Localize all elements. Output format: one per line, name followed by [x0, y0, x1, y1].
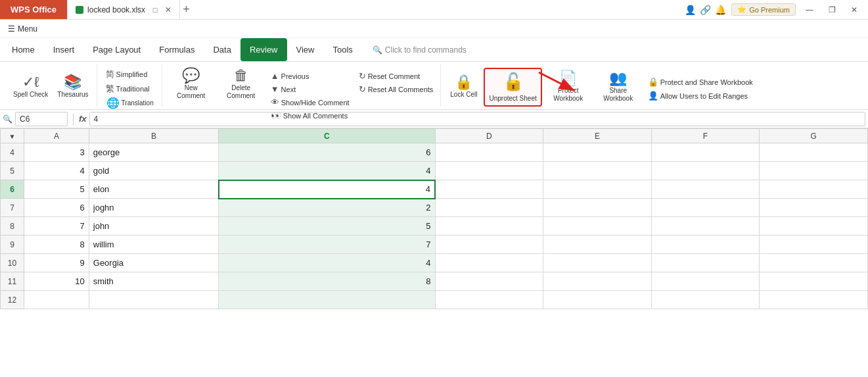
cell-d11[interactable]	[435, 272, 543, 291]
row-header-5[interactable]: 5	[1, 162, 24, 180]
translation-button[interactable]: 🌐 Translation	[103, 96, 158, 111]
cell-d10[interactable]	[435, 254, 543, 272]
share-icon[interactable]: 🔗	[700, 5, 711, 15]
tab-page-layout[interactable]: Page Layout	[83, 38, 150, 61]
cell-g9[interactable]	[760, 236, 868, 254]
cell-a6[interactable]: 5	[24, 180, 89, 199]
cell-a8[interactable]: 7	[24, 217, 89, 236]
cell-f4[interactable]	[651, 143, 760, 162]
tab-home[interactable]: Home	[3, 38, 44, 61]
tab-view[interactable]: View	[287, 38, 324, 61]
lock-cell-button[interactable]: 🔒 Lock Cell	[446, 70, 481, 104]
cell-d4[interactable]	[435, 143, 543, 162]
wps-logo[interactable]: WPS Office	[0, 0, 67, 19]
close-tab-btn[interactable]: ✕	[165, 5, 171, 14]
cell-b12[interactable]	[89, 291, 219, 309]
minimize-button[interactable]: —	[801, 3, 818, 16]
spell-check-button[interactable]: ✓ℓ Spell Check	[9, 70, 52, 104]
show-hide-comment-button[interactable]: 👁 Show/Hide Comment	[267, 96, 353, 109]
cell-f11[interactable]	[651, 272, 760, 291]
cell-d8[interactable]	[435, 217, 543, 236]
simplified-button[interactable]: 简 Simplified	[103, 67, 151, 82]
cell-e10[interactable]	[543, 254, 652, 272]
cell-c11[interactable]: 8	[219, 272, 435, 291]
premium-button[interactable]: ⭐ Go Premium	[731, 3, 796, 16]
cell-d12[interactable]	[435, 291, 543, 309]
show-all-comments-button[interactable]: 👀 Show All Comments	[267, 109, 353, 122]
restore-tab-btn[interactable]: □	[149, 4, 161, 16]
file-tab[interactable]: locked book.xlsx □ ✕	[67, 0, 180, 19]
cell-c7[interactable]: 2	[219, 199, 435, 217]
cell-g11[interactable]	[760, 272, 868, 291]
close-button[interactable]: ✕	[846, 3, 863, 16]
cell-a7[interactable]: 6	[24, 199, 89, 217]
cell-d9[interactable]	[435, 236, 543, 254]
cell-e5[interactable]	[543, 162, 652, 180]
cell-e12[interactable]	[543, 291, 652, 309]
ribbon-search[interactable]: 🔍 Click to find commands	[373, 45, 467, 55]
menu-button[interactable]: ☰ Menu	[3, 22, 43, 36]
cell-a9[interactable]: 8	[24, 236, 89, 254]
cell-g12[interactable]	[760, 291, 868, 309]
cell-b5[interactable]: gold	[89, 162, 219, 180]
cell-c9[interactable]: 7	[219, 236, 435, 254]
cell-a12[interactable]	[24, 291, 89, 309]
cell-a4[interactable]: 3	[24, 143, 89, 162]
cell-a10[interactable]: 9	[24, 254, 89, 272]
cell-c5[interactable]: 4	[219, 162, 435, 180]
traditional-button[interactable]: 繁 Traditional	[103, 82, 153, 96]
col-header-c[interactable]: C	[219, 129, 435, 143]
cell-f10[interactable]	[651, 254, 760, 272]
cell-g5[interactable]	[760, 162, 868, 180]
cell-f5[interactable]	[651, 162, 760, 180]
row-header-10[interactable]: 10	[1, 254, 24, 272]
thesaurus-button[interactable]: 📚 Thesaurus	[53, 70, 92, 104]
account-icon[interactable]: 👤	[685, 5, 696, 15]
cell-e11[interactable]	[543, 272, 652, 291]
tab-data[interactable]: Data	[204, 38, 240, 61]
col-header-d[interactable]: D	[435, 129, 543, 143]
notification-icon[interactable]: 🔔	[715, 5, 726, 15]
cell-b6[interactable]: elon	[89, 180, 219, 199]
cell-e7[interactable]	[543, 199, 652, 217]
cell-g6[interactable]	[760, 180, 868, 199]
cell-f8[interactable]	[651, 217, 760, 236]
cell-f7[interactable]	[651, 199, 760, 217]
next-button[interactable]: ▼ Next	[267, 83, 353, 95]
cell-b10[interactable]: Georgia	[89, 254, 219, 272]
cell-c8[interactable]: 5	[219, 217, 435, 236]
tab-formulas[interactable]: Formulas	[150, 38, 204, 61]
cell-b4[interactable]: george	[89, 143, 219, 162]
new-tab-btn[interactable]: +	[183, 3, 190, 16]
cell-d7[interactable]	[435, 199, 543, 217]
cell-c10[interactable]: 4	[219, 254, 435, 272]
cell-d5[interactable]	[435, 162, 543, 180]
row-header-8[interactable]: 8	[1, 217, 24, 236]
new-comment-button[interactable]: 💬 New Comment	[168, 67, 215, 101]
row-header-12[interactable]: 12	[1, 291, 24, 309]
reset-comment-button[interactable]: ↻ Reset Comment	[355, 70, 437, 82]
row-header-4[interactable]: 4	[1, 143, 24, 162]
cell-f6[interactable]	[651, 180, 760, 199]
cell-b8[interactable]: john	[89, 217, 219, 236]
cell-b11[interactable]: smith	[89, 272, 219, 291]
cell-b9[interactable]: willim	[89, 236, 219, 254]
col-header-b[interactable]: B	[89, 129, 219, 143]
cell-c4[interactable]: 6	[219, 143, 435, 162]
cell-g7[interactable]	[760, 199, 868, 217]
tab-review[interactable]: Review	[240, 38, 287, 61]
cell-c6[interactable]: 4	[219, 180, 435, 199]
unprotect-sheet-button[interactable]: 🔓 Unprotect Sheet	[484, 68, 541, 107]
cell-d6[interactable]	[435, 180, 543, 199]
col-header-e[interactable]: E	[543, 129, 652, 143]
row-header-7[interactable]: 7	[1, 199, 24, 217]
previous-button[interactable]: ▲ Previous	[267, 70, 353, 82]
cell-e8[interactable]	[543, 217, 652, 236]
share-workbook-button[interactable]: 👥 Share Workbook	[595, 70, 642, 104]
row-header-6[interactable]: 6	[1, 180, 24, 199]
row-header-9[interactable]: 9	[1, 236, 24, 254]
row-header-11[interactable]: 11	[1, 272, 24, 291]
zoom-button[interactable]: 🔍	[3, 114, 12, 124]
col-header-f[interactable]: F	[651, 129, 760, 143]
cell-e4[interactable]	[543, 143, 652, 162]
